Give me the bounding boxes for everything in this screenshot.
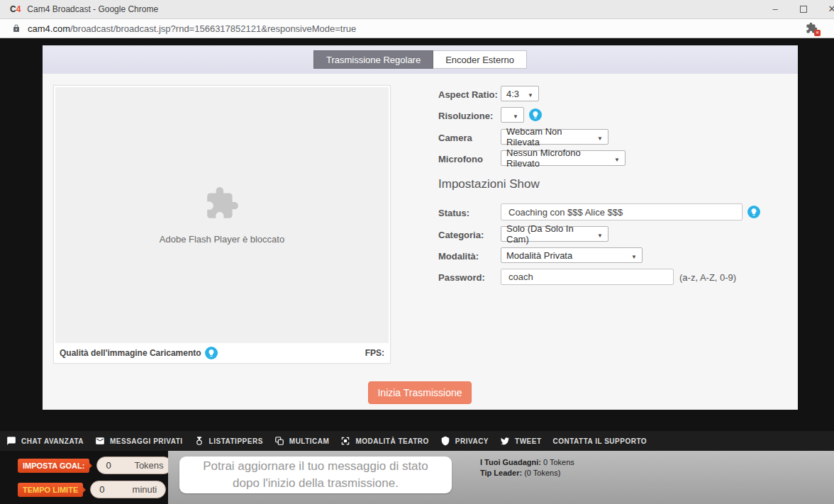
broadcast-tab-bar: Trasmissione Regolare Encoder Esterno — [43, 45, 798, 74]
theater-mode-icon — [340, 436, 350, 446]
toolbar-item-chat-avanzata[interactable]: CHAT AVANZATA — [6, 436, 84, 446]
multicam-icon — [274, 436, 284, 446]
tip-leader-line: Tip Leader: (0 Tokens) — [480, 468, 574, 478]
category-select[interactable]: Solo (Da Solo In Cam) — [501, 226, 608, 242]
earnings-line: I Tuoi Guadagni: 0 Tokens — [480, 457, 574, 468]
password-input[interactable] — [501, 269, 674, 285]
time-limit-row: TEMPO LIMITE minuti — [18, 481, 166, 498]
envelope-icon — [95, 436, 105, 446]
quality-label: Qualità dell'immagine Caricamento — [60, 348, 201, 358]
chevron-down-icon — [614, 153, 620, 164]
goal-panel: IMPOSTA GOAL: Tokens TEMPO LIMITE minuti — [0, 451, 168, 504]
camera-label: Camera — [438, 133, 472, 143]
goal-tokens-input[interactable] — [106, 460, 134, 471]
fps-label: FPS: — [365, 348, 384, 358]
maximize-icon — [800, 6, 807, 13]
player-footer: Qualità dell'immagine Caricamento FPS: — [54, 343, 390, 363]
resolution-label: Risoluzione: — [438, 111, 493, 121]
status-input[interactable] — [501, 203, 743, 220]
address-text[interactable]: cam4.com/broadcast/broadcast.jsp?rnd=156… — [28, 23, 356, 34]
mode-select[interactable]: Modalità Privata — [501, 247, 643, 263]
toolbar-item-multicam[interactable]: MULTICAM — [274, 436, 330, 446]
quality-help-bulb-icon[interactable] — [205, 347, 218, 359]
goal-unit-label: Tokens — [134, 460, 163, 471]
aspect-ratio-label: Aspect Ratio: — [438, 89, 498, 100]
chevron-down-icon — [631, 250, 637, 261]
cam4-favicon: C4 — [10, 4, 21, 14]
password-label: Password: — [438, 272, 485, 283]
category-label: Categoria: — [438, 230, 484, 240]
tab-encoder-esterno[interactable]: Encoder Esterno — [433, 50, 527, 69]
chat-icon — [6, 436, 16, 446]
microphone-select[interactable]: Nessun Microfono Rilevato — [501, 150, 626, 166]
chevron-down-icon — [528, 89, 533, 99]
medal-icon — [194, 436, 204, 446]
status-label: Status: — [438, 208, 469, 218]
toolbar-item-tweet[interactable]: TWEET — [500, 436, 542, 446]
start-broadcast-button[interactable]: Inizia Trasmissione — [368, 381, 472, 404]
chevron-down-icon — [597, 132, 603, 142]
url-bar[interactable]: cam4.com/broadcast/broadcast.jsp?rnd=156… — [0, 19, 834, 38]
minimize-button[interactable]: – — [761, 0, 789, 18]
time-limit-field[interactable]: minuti — [90, 481, 166, 498]
microphone-label: Microfono — [438, 154, 483, 164]
toolbar-item-listatippers[interactable]: LISTATIPPERS — [194, 436, 263, 446]
set-goal-badge: IMPOSTA GOAL: — [18, 459, 89, 473]
toolbar-item-contatta-supporto[interactable]: CONTATTA IL SUPPORTO — [553, 437, 647, 445]
tab-trasmissione-regolare[interactable]: Trasmissione Regolare — [313, 50, 433, 69]
window-title: Cam4 Broadcast - Google Chrome — [27, 4, 158, 14]
status-update-notice: Potrai aggiornare il tuo messaggio di st… — [179, 457, 452, 493]
toolbar-item-messaggi-privati[interactable]: MESSAGGI PRIVATI — [95, 436, 183, 446]
chevron-down-icon — [513, 110, 518, 121]
show-settings-heading: Impostazioni Show — [438, 177, 540, 191]
goal-row: IMPOSTA GOAL: Tokens — [18, 457, 172, 474]
feature-toolbar: CHAT AVANZATA MESSAGGI PRIVATI LISTATIPP… — [0, 431, 834, 451]
aspect-ratio-select[interactable]: 4:3 — [501, 86, 539, 101]
status-help-bulb-icon[interactable] — [747, 206, 760, 218]
extension-blocked-badge — [814, 30, 821, 36]
window-titlebar: C4 Cam4 Broadcast - Google Chrome – ✕ — [0, 0, 834, 19]
status-bar: Potrai aggiornare il tuo messaggio di st… — [168, 451, 834, 504]
close-button[interactable]: ✕ — [818, 0, 834, 18]
maximize-button[interactable] — [789, 0, 818, 18]
video-preview-box: Adobe Flash Player è bloccato Qualità de… — [53, 85, 391, 364]
flash-blocked-message: Adobe Flash Player è bloccato — [160, 234, 284, 245]
toolbar-item-privacy[interactable]: PRIVACY — [440, 436, 489, 446]
twitter-icon — [500, 436, 510, 446]
toolbar-item-modalita-teatro[interactable]: MODALITÀ TEATRO — [340, 436, 428, 446]
mode-label: Modalità: — [438, 251, 479, 262]
puzzle-piece-icon — [204, 186, 240, 224]
lock-icon[interactable] — [12, 24, 21, 33]
goal-tokens-field[interactable]: Tokens — [96, 457, 172, 474]
resolution-help-bulb-icon[interactable] — [529, 108, 542, 121]
time-limit-input[interactable] — [99, 484, 128, 495]
flash-blocked-area[interactable]: Adobe Flash Player è bloccato — [55, 87, 389, 343]
earnings-summary: I Tuoi Guadagni: 0 Tokens Tip Leader: (0… — [480, 457, 574, 478]
chevron-down-icon — [597, 229, 603, 240]
resolution-select[interactable] — [501, 107, 524, 123]
broadcast-panel: Trasmissione Regolare Encoder Esterno Ad… — [43, 45, 798, 410]
camera-select[interactable]: Webcam Non Rilevata — [501, 129, 608, 145]
shield-icon — [440, 436, 450, 446]
flash-extension-icon[interactable] — [806, 22, 818, 35]
time-limit-badge: TEMPO LIMITE — [18, 483, 83, 497]
time-unit-label: minuti — [133, 484, 157, 495]
password-hint: (a-z, A-Z, 0-9) — [679, 272, 736, 283]
